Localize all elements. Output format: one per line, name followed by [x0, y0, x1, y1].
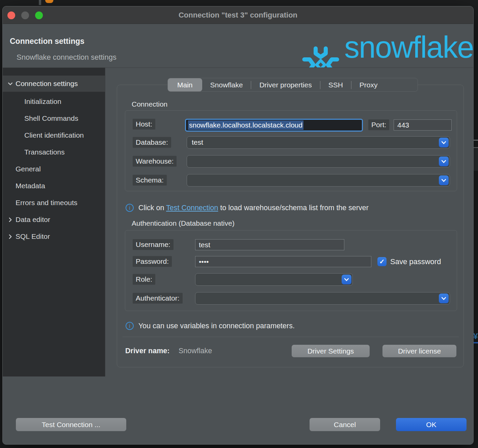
- chevron-right-icon[interactable]: [7, 233, 14, 240]
- authenticator-dropdown-button[interactable]: [439, 293, 449, 303]
- chevron-down-icon: [441, 297, 446, 301]
- tab-proxy[interactable]: Proxy: [351, 78, 386, 91]
- username-input[interactable]: test: [195, 239, 344, 250]
- sidebar-item-client-identification[interactable]: Client identification: [3, 127, 105, 143]
- tab-main[interactable]: Main: [168, 78, 202, 91]
- background-divider-line: [473, 140, 478, 141]
- test-connection-button[interactable]: Test Connection ...: [16, 418, 126, 431]
- host-input[interactable]: snowflake.localhost.localstack.cloud: [185, 119, 363, 132]
- background-blue-icon: ¥: [473, 332, 478, 342]
- host-input-selected-text: snowflake.localhost.localstack.cloud: [188, 120, 303, 130]
- sidebar-item-sql-editor[interactable]: SQL Editor: [3, 228, 105, 245]
- role-dropdown-button[interactable]: [342, 275, 351, 284]
- sidebar-item-general[interactable]: General: [3, 161, 105, 177]
- database-label: Database:: [133, 137, 171, 148]
- variables-hint: You can use variables in connection para…: [138, 322, 295, 330]
- driver-name-value: Snowflake: [179, 347, 212, 355]
- chevron-down-icon: [441, 141, 446, 145]
- database-dropdown-button[interactable]: [439, 138, 449, 147]
- authentication-group-label: Authentication (Database native): [132, 219, 235, 227]
- sidebar-item-connection-settings[interactable]: Connection settings: [3, 76, 105, 92]
- save-password-label: Save password: [390, 257, 441, 266]
- title-bar[interactable]: Connection "test 3" configuration: [3, 6, 473, 24]
- chevron-right-icon[interactable]: [7, 216, 14, 223]
- database-combo-value: test: [192, 138, 203, 146]
- warehouse-label: Warehouse:: [133, 156, 177, 167]
- connection-group: Host: snowflake.localhost.localstack.clo…: [125, 110, 457, 191]
- sidebar-item-transactions[interactable]: Transactions: [3, 144, 105, 160]
- ok-button[interactable]: OK: [396, 418, 467, 431]
- background-app-strip: ¥: [473, 0, 478, 448]
- port-label: Port:: [368, 119, 389, 130]
- page-title: Connection settings: [10, 37, 84, 46]
- driver-license-button[interactable]: Driver license: [382, 345, 456, 357]
- driver-name-label: Driver name:: [125, 347, 169, 355]
- test-connection-hint: Click on Test Connection to load warehou…: [138, 204, 369, 212]
- connection-group-label: Connection: [132, 100, 167, 108]
- driver-section-divider: [123, 337, 459, 337]
- schema-dropdown-button[interactable]: [439, 175, 449, 185]
- cancel-button[interactable]: Cancel: [310, 418, 380, 431]
- snowflake-wordmark: snowflake: [344, 30, 473, 65]
- connection-configuration-dialog: Connection "test 3" configuration Connec…: [2, 6, 474, 445]
- sidebar-content-divider: [105, 68, 105, 376]
- main-tab-content: Connection Host: snowflake.localhost.loc…: [117, 85, 464, 367]
- background-app-divider: [39, 0, 41, 5]
- sidebar-item-metadata[interactable]: Metadata: [3, 178, 105, 194]
- schema-combo[interactable]: [187, 174, 450, 187]
- role-combo[interactable]: [195, 273, 353, 286]
- background-blue-line: [473, 342, 478, 343]
- background-panel-edge: [474, 148, 478, 171]
- role-label: Role:: [133, 274, 155, 285]
- chevron-down-icon[interactable]: [7, 80, 14, 87]
- snowflake-icon: [302, 45, 340, 68]
- schema-label: Schema:: [133, 175, 167, 186]
- sidebar-item-shell-commands[interactable]: Shell Commands: [3, 110, 105, 127]
- page-subtitle: Snowflake connection settings: [17, 53, 116, 62]
- password-label: Password:: [133, 256, 172, 267]
- username-label: Username:: [133, 239, 174, 250]
- window-title: Connection "test 3" configuration: [3, 6, 473, 24]
- tab-ssh[interactable]: SSH: [320, 78, 351, 91]
- background-app-icon: [45, 0, 53, 3]
- tab-bar: Main Snowflake Driver properties SSH Pro…: [167, 78, 418, 92]
- authenticator-combo[interactable]: [195, 292, 450, 305]
- driver-settings-button[interactable]: Driver Settings: [292, 345, 370, 357]
- tab-driver-properties[interactable]: Driver properties: [251, 78, 320, 91]
- tab-snowflake[interactable]: Snowflake: [202, 78, 251, 91]
- info-icon: [126, 204, 134, 212]
- host-label: Host:: [133, 119, 155, 130]
- chevron-down-icon: [441, 178, 446, 183]
- sidebar-item-errors-and-timeouts[interactable]: Errors and timeouts: [3, 195, 105, 211]
- password-input[interactable]: ••••: [195, 256, 371, 267]
- authenticator-label: Authenticator:: [133, 293, 183, 304]
- sidebar-item-data-editor[interactable]: Data editor: [3, 212, 105, 228]
- snowflake-logo: snowflake: [302, 27, 473, 68]
- info-icon: [126, 322, 134, 330]
- sidebar-item-initialization[interactable]: Initialization: [3, 93, 105, 110]
- chevron-down-icon: [344, 278, 349, 282]
- authentication-group: Username: test Password: •••• Save passw…: [125, 230, 457, 311]
- warehouse-combo[interactable]: [187, 155, 450, 168]
- database-combo[interactable]: test: [187, 136, 450, 149]
- warehouse-dropdown-button[interactable]: [439, 157, 449, 166]
- save-password-checkbox[interactable]: [377, 257, 387, 266]
- dialog-header: Connection settings Snowflake connection…: [3, 24, 473, 68]
- background-divider-line: [473, 147, 478, 148]
- test-connection-link[interactable]: Test Connection: [166, 204, 218, 212]
- chevron-down-icon: [441, 160, 446, 164]
- settings-navigation-sidebar: Connection settings Initialization Shell…: [3, 68, 105, 376]
- port-input[interactable]: 443: [394, 119, 452, 131]
